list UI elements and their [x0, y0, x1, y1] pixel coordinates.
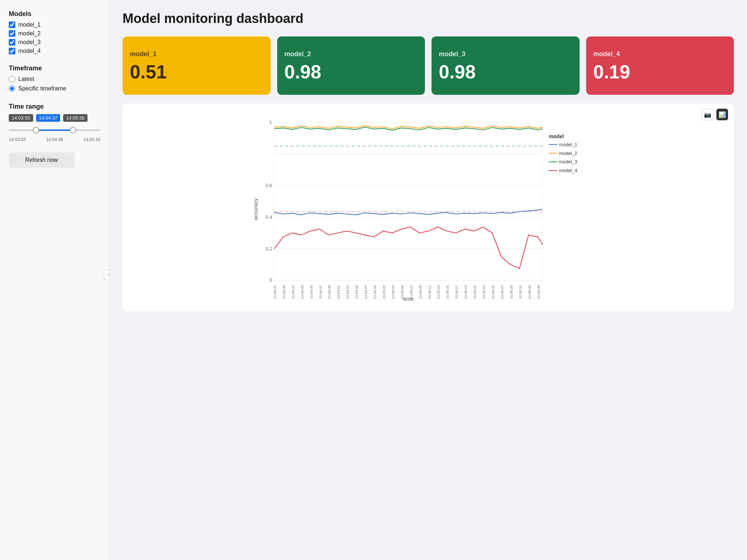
model-3-checkbox[interactable] — [9, 39, 15, 46]
models-title: Models — [9, 10, 100, 18]
model-cards-grid: model_1 0.51 model_2 0.98 model_3 0.98 m… — [123, 36, 734, 95]
slider-tick-labels: 14:03:55 14:04:36 14:05:16 — [9, 137, 100, 142]
svg-text:21:05:25: 21:05:25 — [491, 285, 495, 299]
svg-text:21:05:17: 21:05:17 — [454, 285, 458, 299]
model-card-2-name: model_2 — [285, 50, 418, 58]
svg-text:0.2: 0.2 — [266, 246, 272, 252]
svg-text:21:04:39: 21:04:39 — [282, 285, 286, 299]
chart-section: 📷 📊 accuracy 1 0 — [123, 104, 734, 311]
page-title: Model monitoring dashboard — [123, 11, 734, 26]
model-1-checkbox-item[interactable]: model_1 — [9, 22, 100, 28]
svg-text:21:05:13: 21:05:13 — [436, 285, 440, 299]
time-range-slider[interactable] — [9, 125, 100, 136]
model-4-label: model_4 — [18, 48, 40, 54]
main-content: Model monitoring dashboard model_1 0.51 … — [109, 0, 747, 560]
slider-fill — [36, 129, 73, 131]
model-card-1-value: 0.51 — [130, 62, 263, 81]
time-end-badge: 14:05:36 — [63, 114, 88, 122]
model-card-3-name: model_3 — [439, 50, 572, 58]
model-4-checkbox[interactable] — [9, 48, 15, 54]
svg-text:model_1: model_1 — [559, 142, 577, 147]
svg-text:21:05:09: 21:05:09 — [418, 285, 422, 299]
svg-text:21:04:59: 21:04:59 — [373, 285, 377, 299]
svg-text:21:04:57: 21:04:57 — [364, 285, 368, 299]
svg-text:0.6: 0.6 — [266, 183, 272, 188]
svg-text:21:04:51: 21:04:51 — [336, 285, 340, 299]
collapse-icon: < — [108, 272, 109, 277]
timerange-section: Time range 14:03:55 14:04:37 14:05:36 14… — [9, 103, 100, 142]
svg-text:21:04:49: 21:04:49 — [327, 285, 331, 299]
svg-text:21:04:55: 21:04:55 — [355, 285, 359, 299]
svg-text:21:05:33: 21:05:33 — [527, 285, 531, 299]
svg-text:model_2: model_2 — [559, 151, 577, 156]
svg-text:21:04:37: 21:04:37 — [273, 285, 277, 299]
tick-label-1: 14:03:55 — [9, 137, 26, 142]
model-card-4-value: 0.19 — [593, 62, 727, 81]
svg-text:model: model — [549, 133, 564, 139]
latest-radio-item[interactable]: Latest — [9, 76, 100, 82]
time-current-badge: 14:04:37 — [36, 114, 61, 122]
sidebar: Models model_1 model_2 model_3 model_4 T… — [0, 0, 109, 560]
model-card-1: model_1 0.51 — [123, 36, 271, 95]
svg-text:1: 1 — [270, 120, 272, 125]
chart-legend: model model_1 model_2 model_3 model_4 — [549, 133, 577, 173]
tick-label-3: 14:05:16 — [83, 137, 100, 142]
tick-label-2: 14:04:36 — [46, 137, 63, 142]
svg-text:21:05:29: 21:05:29 — [509, 285, 513, 299]
svg-text:model_4: model_4 — [559, 168, 577, 173]
chart-svg: accuracy 1 0.6 0.4 0.2 0 — [128, 114, 728, 304]
slider-thumb-left[interactable] — [33, 127, 39, 133]
model-card-3: model_3 0.98 — [431, 36, 580, 95]
timeframe-section: Timeframe Latest Specific timeframe — [9, 65, 100, 95]
model-1-label: model_1 — [18, 22, 40, 28]
svg-text:21:05:05: 21:05:05 — [400, 285, 404, 299]
latest-label: Latest — [18, 76, 34, 82]
model-card-2: model_2 0.98 — [277, 36, 425, 95]
svg-text:21:05:21: 21:05:21 — [473, 285, 477, 299]
svg-text:21:04:43: 21:04:43 — [300, 285, 304, 299]
model-2-checkbox[interactable] — [9, 30, 15, 37]
svg-text:21:04:47: 21:04:47 — [318, 285, 322, 299]
svg-text:21:05:31: 21:05:31 — [518, 285, 522, 299]
model-card-3-value: 0.98 — [439, 62, 572, 81]
model-card-1-name: model_1 — [130, 50, 263, 58]
svg-text:21:05:01: 21:05:01 — [382, 285, 386, 299]
slider-thumb-right[interactable] — [70, 127, 76, 133]
model-4-checkbox-item[interactable]: model_4 — [9, 48, 100, 54]
model-card-4: model_4 0.19 — [586, 36, 734, 95]
svg-text:model_3: model_3 — [559, 159, 577, 164]
svg-text:21:05:15: 21:05:15 — [445, 285, 449, 299]
timeframe-title: Timeframe — [9, 65, 100, 72]
specific-radio[interactable] — [9, 85, 15, 92]
model-3-label: model_3 — [18, 39, 40, 46]
svg-text:21:05:11: 21:05:11 — [427, 285, 431, 299]
model-2-checkbox-item[interactable]: model_2 — [9, 30, 100, 37]
model-1-checkbox[interactable] — [9, 22, 15, 28]
svg-text:21:05:27: 21:05:27 — [500, 285, 504, 299]
model-2-label: model_2 — [18, 30, 40, 37]
refresh-button[interactable]: Refresh now — [9, 152, 74, 168]
time-range-labels: 14:03:55 14:04:37 14:05:36 — [9, 114, 100, 122]
svg-text:21:04:53: 21:04:53 — [345, 285, 349, 299]
svg-text:0: 0 — [270, 277, 272, 283]
svg-text:21:05:19: 21:05:19 — [464, 285, 468, 299]
timerange-title: Time range — [9, 103, 100, 110]
specific-label: Specific timeframe — [18, 85, 66, 92]
time-start-badge: 14:03:55 — [9, 114, 33, 122]
model-card-2-value: 0.98 — [285, 62, 418, 81]
svg-text:21:05:23: 21:05:23 — [482, 285, 486, 299]
svg-text:21:05:35: 21:05:35 — [537, 285, 541, 299]
svg-text:21:04:45: 21:04:45 — [309, 285, 313, 299]
svg-text:0.4: 0.4 — [266, 214, 272, 220]
svg-text:21:05:07: 21:05:07 — [409, 285, 413, 299]
sidebar-collapse-button[interactable]: < — [104, 270, 109, 280]
svg-text:21:04:41: 21:04:41 — [291, 285, 295, 299]
svg-text:21:05:03: 21:05:03 — [391, 285, 395, 299]
latest-radio[interactable] — [9, 76, 15, 82]
model-card-4-name: model_4 — [593, 50, 727, 58]
y-axis-label: accuracy — [252, 198, 259, 220]
accuracy-chart: accuracy 1 0.6 0.4 0.2 0 — [128, 114, 728, 304]
specific-radio-item[interactable]: Specific timeframe — [9, 85, 100, 92]
model-3-checkbox-item[interactable]: model_3 — [9, 39, 100, 46]
